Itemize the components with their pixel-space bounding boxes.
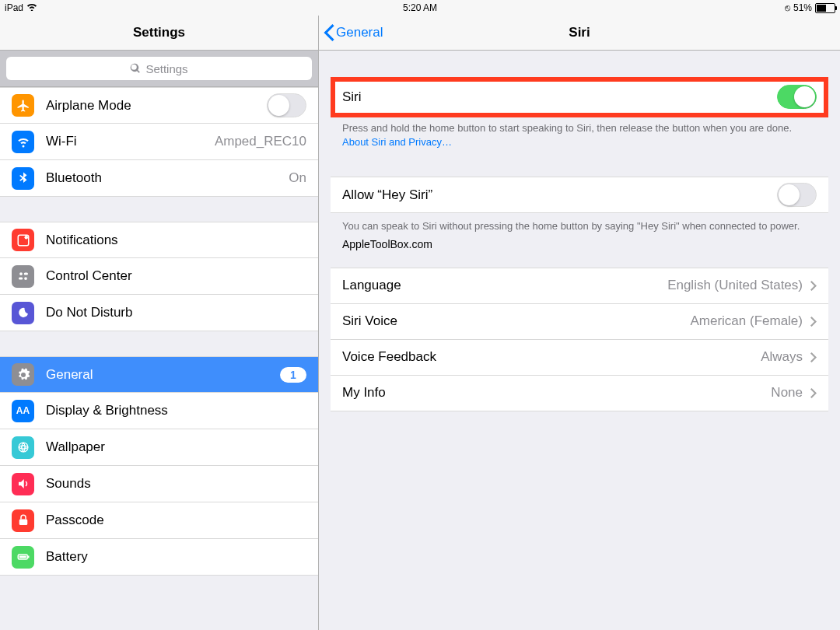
option-value: Always [761,349,803,365]
clock: 5:20 AM [403,2,437,13]
general-icon [12,363,34,386]
chevron-right-icon [810,388,817,398]
sidebar-item-label: Control Center [46,268,306,284]
option-voice-feedback[interactable]: Voice FeedbackAlways [331,340,828,376]
sounds-icon [12,473,34,495]
chevron-right-icon [810,281,817,291]
sidebar-item-wi-fi[interactable]: Wi-FiAmped_REC10 [0,124,318,160]
svg-rect-8 [19,520,27,526]
sidebar-item-label: General [46,367,268,383]
wifi-icon [12,131,34,153]
siri-toggle[interactable] [777,85,817,109]
airplane-icon [12,94,34,117]
device-label: iPad [5,2,23,13]
sidebar-item-label: Display & Brightness [46,403,306,418]
sidebar-item-label: Sounds [46,476,306,492]
svg-rect-4 [19,278,23,280]
search-placeholder: Settings [145,62,187,75]
option-label: Siri Voice [342,313,397,329]
option-siri-voice[interactable]: Siri VoiceAmerican (Female) [331,304,828,340]
sidebar-item-battery[interactable]: Battery [0,539,318,576]
sidebar-item-label: Passcode [46,513,306,528]
status-bar: iPad 5:20 AM ⎋ 51% [0,0,840,16]
chevron-left-icon [324,24,334,41]
left-title: Settings [0,16,318,51]
bluetooth-icon [12,167,34,190]
svg-point-7 [19,443,28,452]
svg-point-1 [24,236,28,240]
hey-siri-row[interactable]: Allow “Hey Siri” [331,177,828,213]
chevron-right-icon [810,317,817,327]
sidebar-item-wallpaper[interactable]: Wallpaper [0,429,318,466]
option-label: Language [342,278,401,293]
notifications-icon [12,229,34,251]
passcode-icon [12,509,34,532]
option-language[interactable]: LanguageEnglish (United States) [331,268,828,304]
sidebar-item-airplane-mode[interactable]: Airplane Mode [0,87,318,124]
back-label: General [336,25,383,40]
badge: 1 [280,367,306,383]
sidebar-item-label: Airplane Mode [46,98,255,114]
search-icon [130,63,141,74]
option-my-info[interactable]: My InfoNone [331,376,828,411]
svg-rect-3 [23,273,27,275]
sidebar-item-bluetooth[interactable]: BluetoothOn [0,160,318,197]
option-value: English (United States) [667,278,803,293]
sidebar-item-label: Bluetooth [46,170,277,186]
chevron-right-icon [810,352,817,362]
sidebar-item-label: Wallpaper [46,439,306,455]
wallpaper-icon [12,436,34,459]
sidebar-item-do-not-disturb[interactable]: Do Not Disturb [0,295,318,331]
display-icon: AA [12,400,34,422]
search-input[interactable]: Settings [6,57,312,80]
sidebar-item-passcode[interactable]: Passcode [0,502,318,539]
hey-siri-label: Allow “Hey Siri” [342,187,432,203]
siri-privacy-link[interactable]: About Siri and Privacy… [342,136,452,148]
wifi-icon [26,2,37,13]
sidebar-item-label: Battery [46,549,306,565]
sidebar-item-notifications[interactable]: Notifications [0,222,318,258]
siri-toggle-label: Siri [342,89,362,105]
hey-siri-toggle[interactable] [777,183,817,207]
battery-icon [12,546,34,569]
airplane-toggle[interactable] [267,93,306,117]
page-title: Siri [569,25,590,40]
sidebar-item-display-brightness[interactable]: AADisplay & Brightness [0,393,318,429]
option-value: American (Female) [690,313,803,329]
battery-percent: 51% [793,2,812,13]
hey-siri-footer: You can speak to Siri without pressing t… [319,213,840,233]
sidebar-item-label: Do Not Disturb [46,305,306,320]
sidebar-item-label: Notifications [46,233,306,248]
svg-point-2 [19,272,23,275]
back-button[interactable]: General [319,24,383,41]
siri-footer: Press and hold the home button to start … [319,115,840,149]
control-icon [12,265,34,288]
siri-toggle-row[interactable]: Siri [331,79,828,115]
sidebar-item-general[interactable]: General1 [0,356,318,393]
sidebar-item-value: Amped_REC10 [215,134,306,149]
battery-icon [815,3,835,13]
dnd-icon [12,302,34,324]
svg-rect-11 [28,556,30,558]
svg-point-5 [24,277,27,280]
svg-rect-10 [19,556,26,558]
sidebar-item-label: Wi-Fi [46,134,203,149]
sidebar-item-sounds[interactable]: Sounds [0,466,318,502]
option-label: My Info [342,385,386,401]
sidebar-item-value: On [289,170,306,186]
option-label: Voice Feedback [342,349,436,365]
watermark: AppleToolBox.com [319,238,840,250]
sidebar-item-control-center[interactable]: Control Center [0,258,318,295]
option-value: None [771,385,803,401]
bluetooth-icon: ⎋ [785,2,790,13]
